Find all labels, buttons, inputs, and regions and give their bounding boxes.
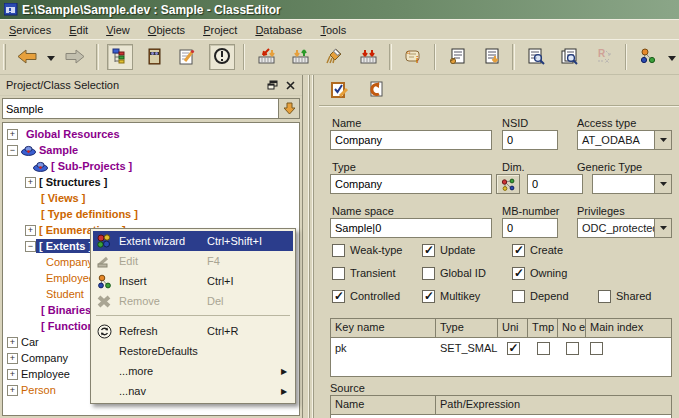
chevron-down-icon[interactable] [654, 175, 671, 193]
owning-checkbox[interactable]: Owning [512, 266, 567, 280]
multikey-checkbox[interactable]: Multikey [422, 289, 480, 303]
expander-icon[interactable] [7, 353, 18, 364]
name-field[interactable] [330, 130, 492, 150]
expander-icon[interactable] [25, 241, 36, 252]
checkbox-icon[interactable] [422, 267, 435, 280]
menu-view[interactable]: View [97, 22, 139, 38]
class-filter-go-button[interactable] [279, 98, 300, 119]
toolbar-grip[interactable] [3, 44, 6, 70]
insert-object-button[interactable] [635, 44, 661, 70]
checkbox-icon[interactable] [332, 267, 345, 280]
mb-number-field[interactable] [502, 218, 558, 238]
weak-type-checkbox[interactable]: Weak-type [332, 243, 402, 257]
tree-item-type-definitions[interactable]: [ Type definitions ] [3, 206, 299, 222]
tree-item-sample[interactable]: Sample [3, 142, 299, 158]
checkbox-icon[interactable] [332, 290, 345, 303]
menu-item-refresh[interactable]: Refresh Ctrl+R [93, 321, 293, 341]
unique-checkbox[interactable] [507, 342, 520, 355]
type-browse-button[interactable] [496, 174, 520, 194]
checkbox-icon[interactable] [332, 244, 345, 257]
expander-icon[interactable] [7, 369, 18, 380]
column-header[interactable]: Main index [586, 319, 671, 337]
column-header[interactable]: No e [558, 319, 586, 337]
namespace-field[interactable] [330, 218, 492, 238]
column-header[interactable]: Uni [498, 319, 528, 337]
nsid-field[interactable] [502, 130, 558, 150]
check-document-button[interactable] [444, 44, 470, 70]
column-header[interactable]: Name [331, 396, 436, 414]
save-document-button[interactable] [478, 44, 504, 70]
main-index-checkbox[interactable] [590, 342, 603, 355]
panel-splitter[interactable] [303, 75, 319, 418]
insert-object-dropdown[interactable] [666, 44, 678, 70]
no-empty-checkbox[interactable] [566, 342, 579, 355]
menu-tools[interactable]: Tools [311, 22, 355, 38]
close-panel-button[interactable] [282, 78, 298, 92]
expander-icon[interactable] [7, 385, 18, 396]
checkbox-icon[interactable] [512, 290, 525, 303]
menu-item-edit[interactable]: Edit F4 [93, 251, 293, 271]
class-filter-input[interactable] [2, 98, 279, 119]
expander-icon[interactable] [7, 145, 18, 156]
depend-checkbox[interactable]: Depend [512, 289, 569, 303]
import-all-button[interactable] [355, 44, 381, 70]
update-checkbox[interactable]: Update [422, 243, 475, 257]
import-insert-button[interactable] [287, 44, 313, 70]
privileges-select[interactable]: ODC_protected [577, 218, 672, 238]
checkbox-icon[interactable] [512, 267, 525, 280]
column-header[interactable]: Path/Expression [436, 396, 671, 414]
menu-project[interactable]: Project [194, 22, 246, 38]
find-document-button[interactable] [523, 44, 549, 70]
float-panel-button[interactable] [264, 78, 280, 92]
global-id-checkbox[interactable]: Global ID [422, 266, 486, 280]
column-header[interactable]: Key name [331, 319, 436, 337]
script-info-button[interactable]: io [400, 44, 426, 70]
controlled-checkbox[interactable]: Controlled [332, 289, 400, 303]
clean-button[interactable] [321, 44, 347, 70]
tree-item-structures[interactable]: [ Structures ] [3, 174, 299, 190]
menu-item-nav[interactable]: ...nav ▶ [93, 381, 293, 401]
revert-button[interactable] [365, 79, 387, 101]
access-type-select[interactable]: AT_ODABA [577, 130, 672, 150]
locate-object-button[interactable] [209, 44, 235, 70]
dim-field[interactable] [527, 174, 583, 194]
documentation-book-button[interactable] [141, 44, 167, 70]
edit-document-button[interactable] [175, 44, 201, 70]
menu-item-more[interactable]: ...more ▶ [93, 361, 293, 381]
import-update-button[interactable] [253, 44, 279, 70]
expander-icon[interactable] [25, 177, 36, 188]
expander-icon[interactable] [7, 337, 18, 348]
titlebar[interactable]: E:\Sample\Sample.dev : Sample - ClassEdi… [0, 0, 679, 20]
back-history-dropdown[interactable] [45, 44, 57, 70]
column-header[interactable]: Tmp [528, 319, 558, 337]
type-field[interactable] [330, 174, 492, 194]
restore-nav-button[interactable]: R [591, 44, 617, 70]
menu-edit[interactable]: Edit [60, 22, 97, 38]
menu-item-remove[interactable]: Remove Del [93, 291, 293, 311]
checkbox-icon[interactable] [512, 244, 525, 257]
chevron-down-icon[interactable] [654, 219, 671, 237]
expander-icon[interactable] [7, 129, 18, 140]
create-checkbox[interactable]: Create [512, 243, 563, 257]
tree-item-views[interactable]: [ Views ] [3, 190, 299, 206]
menu-item-extent-wizard[interactable]: Extent wizard Ctrl+Shift+I [93, 231, 293, 251]
tree-item-sub-projects[interactable]: [ Sub-Projects ] [3, 158, 299, 174]
checkbox-icon[interactable] [422, 290, 435, 303]
menu-database[interactable]: Database [246, 22, 311, 38]
chevron-down-icon[interactable] [654, 131, 671, 149]
menu-item-insert[interactable]: Insert Ctrl+I [93, 271, 293, 291]
checkbox-icon[interactable] [422, 244, 435, 257]
menu-item-restore-defaults[interactable]: RestoreDefaults [93, 341, 293, 361]
class-tree-button[interactable] [107, 44, 133, 70]
tree-item-global-resources[interactable]: Global Resources [3, 126, 299, 142]
back-arrow-button[interactable] [14, 44, 40, 70]
forward-arrow-button[interactable] [62, 44, 88, 70]
temporary-checkbox[interactable] [537, 342, 550, 355]
key-table-row[interactable]: pk SET_SMAL [331, 338, 671, 358]
transient-checkbox[interactable]: Transient [332, 266, 395, 280]
checkbox-icon[interactable] [598, 290, 611, 303]
find-in-documents-button[interactable] [557, 44, 583, 70]
menu-objects[interactable]: Objects [139, 22, 194, 38]
shared-checkbox[interactable]: Shared [598, 289, 651, 303]
column-header[interactable]: Type [436, 319, 498, 337]
